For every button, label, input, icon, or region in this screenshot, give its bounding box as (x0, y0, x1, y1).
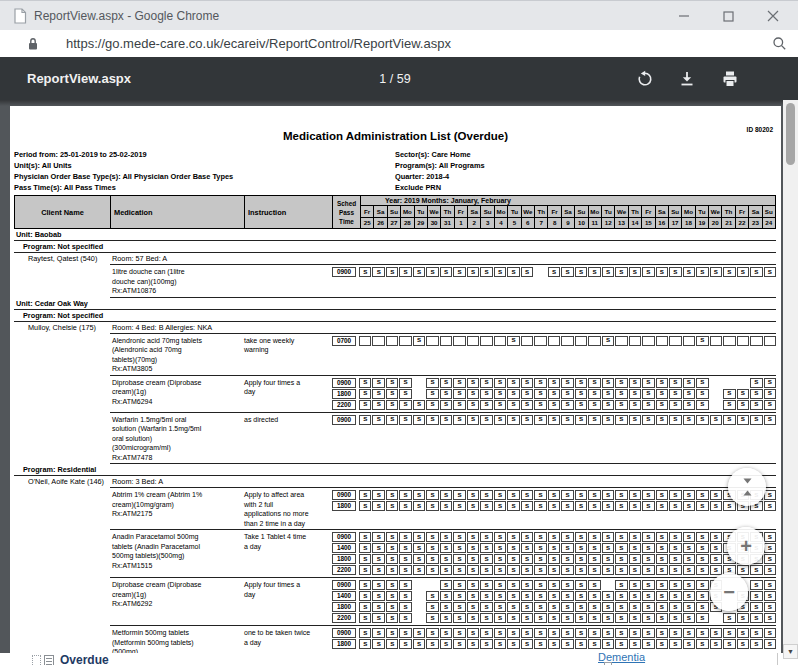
day-cells: SSSSSSSSSSSSSSSSSSSSSSSSSSSSSSS (359, 490, 776, 500)
day-cell: S (413, 554, 425, 564)
day-cell (710, 378, 722, 388)
minimize-button[interactable] (662, 1, 706, 31)
day-name-cell: Fr (361, 206, 373, 217)
day-name-cell: Sa (468, 206, 480, 217)
medication-name-line: (Alendronic acid 70mg (112, 345, 244, 355)
day-cell: S (372, 501, 384, 511)
day-cell: S (426, 415, 438, 425)
day-cells: SSSSSSSSSSSSSSSSSSSSSSSSSSS (359, 378, 776, 388)
day-header-rows: FrSaSuMoTuWeThFrSaSuMoTuWeThFrSaSuMoTuWe… (361, 206, 775, 228)
rotate-icon[interactable] (633, 67, 657, 91)
day-cell (426, 336, 438, 346)
day-cell: S (737, 639, 749, 649)
day-cell: S (548, 490, 560, 500)
day-cell: S (534, 415, 546, 425)
day-cell: S (507, 490, 519, 500)
day-cell: S (480, 501, 492, 511)
day-cell: S (696, 628, 708, 638)
day-cell: S (575, 639, 587, 649)
day-cell (710, 400, 722, 410)
day-cell: S (588, 267, 600, 277)
day-cell: S (372, 543, 384, 553)
day-cell: S (683, 532, 695, 542)
day-cell: S (575, 490, 587, 500)
pdf-document-title: ReportView.aspx (27, 71, 131, 86)
day-cell: S (561, 400, 573, 410)
day-cell: S (494, 591, 506, 601)
day-cell: S (399, 389, 411, 399)
zoom-in-button[interactable]: + (727, 527, 765, 565)
day-cell: S (548, 591, 560, 601)
strip-divider (777, 653, 778, 665)
day-cell: S (575, 501, 587, 511)
day-cell: S (521, 565, 533, 575)
day-cell: S (372, 628, 384, 638)
day-cell: S (750, 580, 762, 590)
medication-instruction: Apply to affect areawith 2 fullapplicati… (244, 490, 332, 528)
magnifier-icon[interactable] (772, 36, 787, 55)
day-cell: S (399, 591, 411, 601)
day-cell (413, 378, 425, 388)
day-cell: S (426, 613, 438, 623)
day-cell (656, 336, 668, 346)
day-cells: SSSSSSSSSSSSSSSSSSSSSSSSSSSSSS (359, 267, 776, 277)
pass-time: 2200 (332, 565, 356, 575)
day-cell: S (548, 415, 560, 425)
day-cell: S (507, 613, 519, 623)
pass-time: 0900 (332, 378, 356, 388)
day-cell: S (723, 415, 735, 425)
fit-page-button[interactable] (728, 468, 766, 506)
schedule-row: 0900SSSSSSSSSSSSSSSSSSSSSSSSSSSSSSS (332, 415, 776, 425)
day-cell: S (696, 532, 708, 542)
day-cell (588, 336, 600, 346)
address-input[interactable]: https://go.mede-care.co.uk/ecareiv/Repor… (66, 36, 451, 51)
print-icon[interactable] (718, 67, 742, 91)
overdue-tab-label[interactable]: Overdue (60, 653, 109, 665)
scrollbar-track[interactable] (783, 100, 798, 653)
day-cell: S (386, 554, 398, 564)
day-cell: S (575, 532, 587, 542)
day-cell: S (386, 490, 398, 500)
list-icon (44, 655, 54, 665)
day-cell: S (507, 400, 519, 410)
medication-name-line: tablets)(70mg) (112, 355, 244, 365)
day-cell: S (737, 389, 749, 399)
schedule-grid: 0700SSSS (332, 336, 776, 374)
day-cell: S (737, 415, 749, 425)
day-cell: S (521, 543, 533, 553)
day-cell (669, 336, 681, 346)
day-cell: S (440, 267, 452, 277)
download-icon[interactable] (675, 67, 699, 91)
day-cell: S (723, 267, 735, 277)
zoom-out-button[interactable]: − (710, 573, 748, 611)
day-cell: S (480, 639, 492, 649)
scroll-down-arrow[interactable]: ▼ (783, 644, 798, 659)
day-cell: S (683, 554, 695, 564)
scrollbar-thumb[interactable] (786, 103, 795, 165)
report-page: ID 80202 Medication Administration List … (10, 106, 781, 653)
day-cell: S (656, 554, 668, 564)
day-cell: S (669, 501, 681, 511)
day-cell: S (426, 591, 438, 601)
medication-instruction (244, 267, 332, 296)
day-cell: S (467, 490, 479, 500)
day-cell: S (642, 490, 654, 500)
client-col-spacer (14, 378, 110, 411)
day-cell: S (588, 415, 600, 425)
day-cell: S (696, 565, 708, 575)
day-cell: S (372, 591, 384, 601)
day-cell: S (480, 378, 492, 388)
day-number-cell: 27 (388, 218, 400, 229)
maximize-button[interactable] (706, 1, 750, 31)
day-cell: S (588, 543, 600, 553)
day-cell: S (588, 565, 600, 575)
lock-icon[interactable] (27, 37, 39, 55)
day-cell: S (602, 613, 614, 623)
report-meta-line: Quarter: 2018-4 (395, 171, 485, 182)
day-cell: S (359, 490, 371, 500)
day-cell: S (696, 554, 708, 564)
day-cell: S (359, 543, 371, 553)
client-name: O'Neil, Aoife Kate (146) (14, 477, 104, 486)
close-button[interactable] (751, 1, 795, 31)
day-cell: S (467, 543, 479, 553)
